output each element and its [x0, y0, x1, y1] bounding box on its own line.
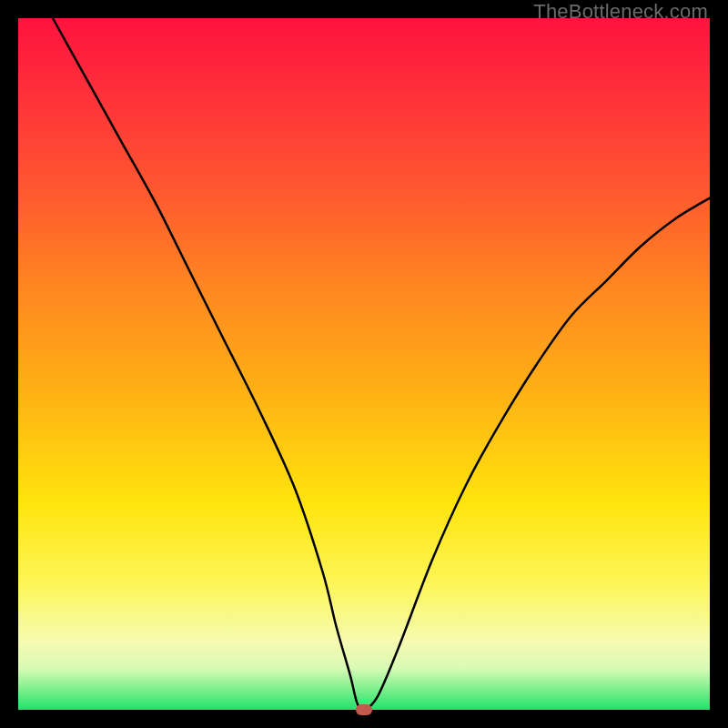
chart-frame: TheBottleneck.com [0, 0, 728, 728]
bottleneck-curve [18, 18, 710, 710]
plot-area [18, 18, 710, 710]
current-config-marker [356, 704, 372, 715]
curve-path [53, 18, 710, 710]
